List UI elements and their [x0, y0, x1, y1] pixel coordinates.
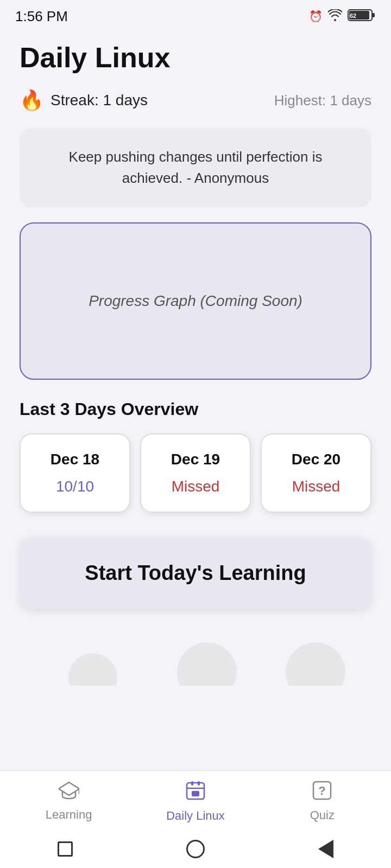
system-recents-button[interactable] — [314, 837, 338, 861]
svg-rect-2 — [372, 13, 375, 17]
day-card-dec19: Dec 19 Missed — [140, 433, 251, 513]
progress-graph-label: Progress Graph (Coming Soon) — [89, 292, 302, 310]
overview-title: Last 3 Days Overview — [20, 399, 371, 419]
nav-item-daily-linux[interactable]: Daily Linux — [157, 780, 234, 823]
day-card-dec18: Dec 18 10/10 — [20, 433, 130, 513]
bottom-nav: Learning Daily Linux ? Quiz — [0, 770, 391, 830]
streak-label: Streak: 1 days — [51, 92, 148, 109]
battery-level: 62 — [348, 8, 376, 25]
system-triangle-icon — [318, 840, 333, 858]
nav-label-daily-linux: Daily Linux — [166, 809, 225, 823]
status-bar: 1:56 PM ⏰ 62 — [0, 0, 391, 30]
nav-item-learning[interactable]: Learning — [31, 781, 107, 822]
streak-row: 🔥 Streak: 1 days Highest: 1 days — [20, 89, 371, 112]
bubble-3 — [286, 642, 345, 686]
day-label-dec18: Dec 18 — [26, 451, 124, 468]
days-overview: Dec 18 10/10 Dec 19 Missed Dec 20 Missed — [20, 433, 371, 513]
nav-item-quiz[interactable]: ? Quiz — [284, 781, 360, 822]
svg-marker-4 — [59, 782, 79, 795]
start-learning-button[interactable]: Start Today's Learning — [20, 538, 371, 609]
svg-text:?: ? — [319, 784, 326, 797]
app-title: Daily Linux — [20, 41, 371, 74]
nav-label-learning: Learning — [46, 808, 92, 822]
daily-linux-icon — [185, 780, 206, 806]
status-time: 1:56 PM — [15, 8, 68, 25]
streak-emoji: 🔥 — [20, 89, 44, 112]
streak-highest: Highest: 1 days — [274, 92, 371, 109]
system-square-icon — [58, 841, 73, 857]
svg-rect-7 — [191, 781, 193, 786]
bubble-area — [20, 626, 371, 686]
learning-icon — [59, 781, 79, 805]
bubble-2 — [177, 642, 237, 686]
svg-rect-10 — [192, 791, 199, 796]
progress-graph-card: Progress Graph (Coming Soon) — [20, 222, 371, 380]
wifi-icon — [328, 9, 342, 24]
quiz-icon: ? — [312, 781, 332, 805]
day-missed-dec19: Missed — [147, 478, 244, 495]
system-circle-icon — [186, 840, 205, 858]
svg-rect-8 — [198, 781, 200, 786]
day-label-dec19: Dec 19 — [147, 451, 244, 468]
system-home-button[interactable] — [184, 837, 207, 861]
svg-text:62: 62 — [350, 12, 356, 19]
day-label-dec20: Dec 20 — [267, 451, 365, 468]
status-icons: ⏰ 62 — [309, 8, 376, 25]
day-score-dec18: 10/10 — [26, 478, 124, 495]
streak-info: 🔥 Streak: 1 days — [20, 89, 148, 112]
system-back-button[interactable] — [53, 837, 77, 861]
nav-label-quiz: Quiz — [310, 808, 335, 822]
alarm-icon: ⏰ — [309, 10, 323, 23]
day-card-dec20: Dec 20 Missed — [261, 433, 371, 513]
system-nav — [0, 830, 391, 868]
main-content: Daily Linux 🔥 Streak: 1 days Highest: 1 … — [0, 30, 391, 794]
quote-card: Keep pushing changes until perfection is… — [20, 128, 371, 207]
day-missed-dec20: Missed — [267, 478, 365, 495]
quote-text: Keep pushing changes until perfection is… — [39, 146, 352, 189]
bubble-1 — [68, 653, 117, 686]
